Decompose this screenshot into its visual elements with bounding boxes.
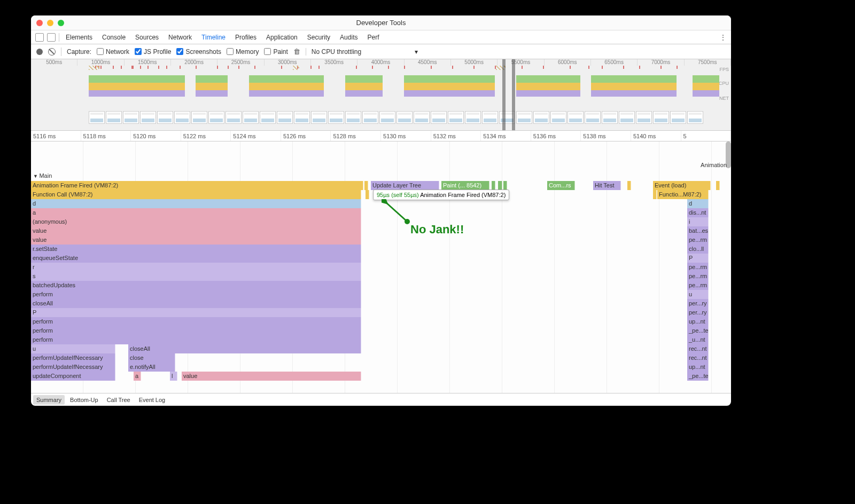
screenshot-thumb[interactable] [260, 111, 276, 124]
screenshot-thumb[interactable] [516, 111, 532, 124]
flame-bar[interactable]: pe...rm [687, 281, 709, 290]
screenshot-thumb[interactable] [328, 111, 344, 124]
inspect-icon[interactable] [35, 33, 44, 42]
flame-bar[interactable]: clo...ll [687, 245, 709, 254]
time-ruler[interactable]: 5116 ms5118 ms5120 ms5122 ms5124 ms5126 … [31, 131, 731, 141]
flame-bar[interactable]: r [31, 263, 361, 272]
screenshot-thumb[interactable] [277, 111, 293, 124]
tab-network[interactable]: Network [165, 32, 195, 43]
flame-bar[interactable]: P [31, 308, 361, 317]
screenshot-thumb[interactable] [465, 111, 481, 124]
flame-bar[interactable]: updateComponent [31, 372, 115, 381]
tab-application[interactable]: Application [263, 32, 301, 43]
screenshot-thumb[interactable] [379, 111, 395, 124]
screenshot-thumb[interactable] [636, 111, 652, 124]
flame-bar[interactable]: u [31, 344, 115, 353]
flame-bar[interactable]: dis...nt [687, 208, 709, 217]
flame-bar[interactable]: l [170, 372, 177, 381]
tab-profiles[interactable]: Profiles [232, 32, 260, 43]
cb-js-profile[interactable]: JS Profile [135, 48, 171, 56]
flame-bar[interactable]: Paint (... 8542) [441, 181, 489, 190]
flame-bar[interactable]: Update Layer Tree [371, 181, 439, 190]
tab-console[interactable]: Console [99, 32, 129, 43]
screenshot-thumb[interactable] [533, 111, 549, 124]
screenshot-thumb[interactable] [602, 111, 618, 124]
screenshot-thumb[interactable] [123, 111, 139, 124]
clear-button[interactable] [48, 48, 56, 56]
flame-bar[interactable]: per...ry [687, 299, 709, 308]
flame-bar[interactable]: s [31, 272, 361, 281]
cb-network[interactable]: Network [97, 48, 129, 56]
flame-bar[interactable]: batchedUpdates [31, 281, 361, 290]
tab-elements[interactable]: Elements [63, 32, 96, 43]
flame-bar[interactable]: value [31, 226, 361, 235]
cpu-throttle-select[interactable]: No CPU throttling▾ [306, 48, 418, 56]
tab-perf[interactable]: Perf [364, 32, 382, 43]
flame-bar[interactable]: a [134, 372, 141, 381]
screenshot-filmstrip[interactable] [31, 111, 731, 128]
more-icon[interactable]: ⋮ [719, 33, 727, 42]
flame-bar[interactable]: Event (load) [653, 181, 711, 190]
screenshot-thumb[interactable] [345, 111, 361, 124]
record-button[interactable] [36, 49, 43, 55]
screenshot-thumb[interactable] [482, 111, 498, 124]
flame-bar[interactable]: performUpdateIfNecessary [31, 363, 115, 372]
flame-bar[interactable]: pe...rm [687, 235, 709, 245]
screenshot-thumb[interactable] [208, 111, 224, 124]
flame-bar[interactable]: P [687, 254, 709, 263]
flame-bar[interactable]: _pe...te [687, 372, 709, 381]
screenshot-thumb[interactable] [687, 111, 703, 124]
flame-bar[interactable]: up...nt [687, 363, 709, 372]
screenshot-thumb[interactable] [140, 111, 156, 124]
cb-screenshots[interactable]: Screenshots [176, 48, 221, 56]
flame-bar[interactable]: pe...rm [687, 263, 709, 272]
flame-bar[interactable]: (anonymous) [31, 217, 361, 226]
flame-bar[interactable]: Functio...M87:2) [657, 190, 709, 199]
flame-bar[interactable] [492, 181, 495, 190]
screenshot-thumb[interactable] [550, 111, 566, 124]
flame-bar[interactable]: a [31, 208, 361, 217]
screenshot-thumb[interactable] [226, 111, 242, 124]
flame-bar[interactable]: bat...es [687, 226, 709, 235]
flame-bar[interactable]: enqueueSetState [31, 254, 361, 263]
overview-handle-right[interactable] [512, 59, 515, 130]
flame-bar[interactable] [366, 190, 369, 199]
flame-bar[interactable]: e.notifyAll [128, 363, 175, 372]
screenshot-thumb[interactable] [362, 111, 378, 124]
screenshot-thumb[interactable] [397, 111, 413, 124]
flame-bar[interactable]: _pe...te [687, 326, 709, 335]
screenshot-thumb[interactable] [619, 111, 635, 124]
flame-bar[interactable]: i [687, 217, 709, 226]
flame-bar[interactable]: pe...rm [687, 272, 709, 281]
tab-summary[interactable]: Summary [33, 395, 65, 405]
tab-sources[interactable]: Sources [132, 32, 162, 43]
flame-bar[interactable]: _u...nt [687, 335, 709, 344]
tab-bottom-up[interactable]: Bottom-Up [67, 395, 102, 405]
flame-bar[interactable]: Function Call (VM87:2) [31, 190, 361, 199]
flame-bar[interactable]: perform [31, 317, 361, 326]
tab-audits[interactable]: Audits [337, 32, 361, 43]
flame-bar[interactable] [503, 181, 507, 190]
flame-bar[interactable]: rec...nt [687, 353, 709, 363]
flame-bar[interactable]: perform [31, 290, 361, 299]
flame-bar[interactable]: u [687, 290, 709, 299]
flame-bar[interactable] [627, 181, 631, 190]
flame-bar[interactable]: closeAll [128, 344, 361, 353]
flame-bar[interactable]: per...ry [687, 308, 709, 317]
screenshot-thumb[interactable] [311, 111, 327, 124]
flame-bar[interactable]: d [31, 199, 361, 208]
flame-bar[interactable]: Hit Test [593, 181, 621, 190]
flame-bar[interactable]: value [31, 235, 361, 245]
flame-bar[interactable] [716, 181, 720, 190]
screenshot-thumb[interactable] [174, 111, 190, 124]
track-main-label[interactable]: Main [33, 172, 52, 179]
flame-bar[interactable]: r.setState [31, 245, 361, 254]
tab-security[interactable]: Security [304, 32, 333, 43]
screenshot-thumb[interactable] [585, 111, 601, 124]
cb-paint[interactable]: Paint [264, 48, 287, 56]
screenshot-thumb[interactable] [106, 111, 122, 124]
flame-chart[interactable]: Animation Main Animation Frame Fired (VM… [31, 141, 731, 393]
overview-handle-left[interactable] [502, 59, 506, 130]
screenshot-thumb[interactable] [568, 111, 584, 124]
flame-bar[interactable]: Animation Frame Fired (VM87:2) [31, 181, 363, 190]
